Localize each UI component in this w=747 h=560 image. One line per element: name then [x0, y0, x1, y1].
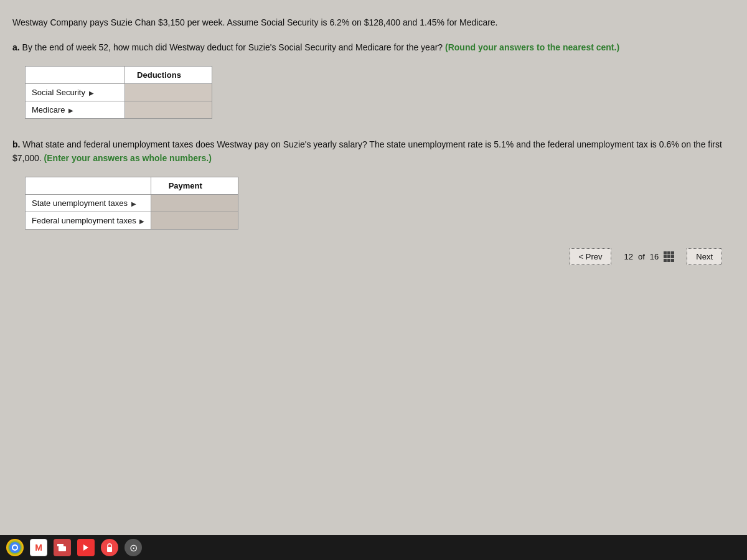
- problem-a-line1: Westway Company pays Suzie Chan $3,150 p…: [12, 17, 498, 27]
- federal-tax-input[interactable]: [151, 212, 238, 229]
- prev-button[interactable]: < Prev: [570, 248, 612, 265]
- play-icon[interactable]: [77, 539, 95, 556]
- part-b-highlight: (Enter your answers as whole numbers.): [42, 153, 212, 163]
- main-content: Westway Company pays Suzie Chan $3,150 p…: [0, 0, 747, 535]
- current-page: 12: [624, 252, 632, 261]
- deductions-empty-header: [26, 66, 125, 83]
- part-b-label: b.: [12, 139, 20, 149]
- table-row: Medicare ▶: [26, 101, 212, 118]
- state-tax-input[interactable]: [151, 194, 238, 212]
- payment-header: Payment: [151, 177, 238, 194]
- social-security-label: Social Security ▶: [26, 83, 125, 101]
- gmail-icon[interactable]: M: [30, 539, 47, 556]
- problem-b-section: b. What state and federal unemployment t…: [12, 138, 735, 230]
- taskbar: M ⊙: [0, 535, 747, 560]
- medicare-label: Medicare ▶: [26, 101, 125, 118]
- next-button[interactable]: Next: [687, 248, 722, 265]
- social-security-input[interactable]: [125, 83, 212, 101]
- problem-a-instruction: a. By the end of week 52, how much did W…: [12, 40, 735, 54]
- settings-icon[interactable]: ⊙: [125, 539, 142, 556]
- part-a-highlight: (Round your answers to the nearest cent.…: [443, 42, 619, 52]
- medicare-input[interactable]: [125, 101, 212, 118]
- arrow-icon-4: ▶: [139, 218, 144, 225]
- arrow-icon-3: ▶: [131, 200, 136, 207]
- deductions-header: Deductions: [125, 66, 212, 83]
- problem-a-text: Westway Company pays Suzie Chan $3,150 p…: [12, 16, 735, 29]
- grid-icon[interactable]: [664, 251, 674, 262]
- table-row: State unemployment taxes ▶: [26, 194, 238, 212]
- problem-b-instruction: b. What state and federal unemployment t…: [12, 138, 735, 166]
- deductions-table: Deductions Social Security ▶ Medicare ▶: [25, 66, 212, 119]
- payment-empty-header: [26, 177, 151, 194]
- arrow-icon-2: ▶: [68, 107, 73, 114]
- svg-rect-3: [59, 546, 66, 551]
- svg-marker-4: [57, 544, 63, 546]
- svg-marker-5: [83, 544, 88, 551]
- files-icon[interactable]: [54, 539, 71, 556]
- chrome-icon[interactable]: [6, 539, 24, 556]
- svg-point-2: [13, 546, 17, 549]
- of-text: of: [638, 252, 645, 261]
- table-b-section: Payment State unemployment taxes ▶ Feder…: [25, 177, 735, 230]
- table-a-section: Deductions Social Security ▶ Medicare ▶: [25, 66, 735, 119]
- state-tax-label: State unemployment taxes ▶: [26, 194, 151, 212]
- payment-table: Payment State unemployment taxes ▶ Feder…: [25, 177, 238, 230]
- part-a-main: By the end of week 52, how much did West…: [20, 42, 443, 52]
- page-indicator: 12 of 16: [624, 251, 674, 262]
- lock-icon[interactable]: [101, 539, 118, 556]
- federal-tax-label: Federal unemployment taxes ▶: [26, 212, 151, 229]
- table-row: Federal unemployment taxes ▶: [26, 212, 238, 229]
- total-pages: 16: [650, 252, 659, 261]
- table-row: Social Security ▶: [26, 83, 212, 101]
- svg-rect-6: [107, 547, 112, 552]
- part-a-label: a.: [12, 42, 20, 52]
- arrow-icon-1: ▶: [89, 90, 94, 96]
- navigation-area: < Prev 12 of 16 Next: [12, 248, 735, 265]
